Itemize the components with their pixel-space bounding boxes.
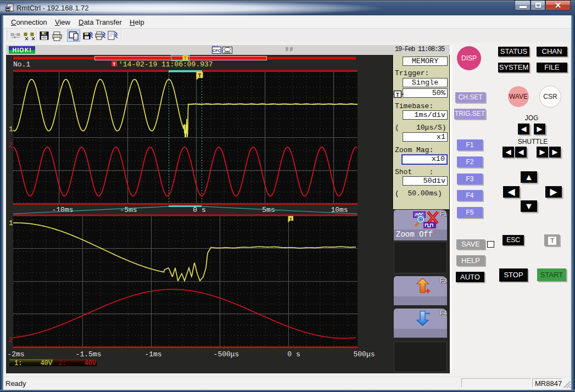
svg-text:T: T bbox=[289, 217, 292, 222]
svg-text:2: 2 bbox=[8, 336, 13, 344]
svg-text:-5ms: -5ms bbox=[120, 206, 137, 214]
svg-text:500μs: 500μs bbox=[353, 350, 375, 359]
svg-text:0 s: 0 s bbox=[193, 206, 205, 214]
svg-text:-1.5ms: -1.5ms bbox=[76, 350, 102, 359]
svg-text:-10ms: -10ms bbox=[52, 206, 73, 214]
svg-text:CFC: CFC bbox=[213, 48, 221, 53]
svg-text:-500μs: -500μs bbox=[214, 350, 239, 359]
svg-text:2:: 2: bbox=[58, 360, 66, 367]
svg-text:'14-02-19 11:06:09.937: '14-02-19 11:06:09.937 bbox=[119, 60, 213, 69]
svg-text:1: 1 bbox=[9, 219, 13, 227]
svg-text:40V: 40V bbox=[84, 360, 96, 367]
svg-text:No.1: No.1 bbox=[13, 60, 30, 69]
svg-text:40V: 40V bbox=[40, 360, 52, 367]
svg-text:T: T bbox=[396, 92, 399, 98]
svg-text:0 s: 0 s bbox=[287, 350, 300, 359]
svg-text:T: T bbox=[198, 73, 201, 79]
svg-text:T: T bbox=[113, 62, 116, 68]
svg-text:1: 1 bbox=[9, 125, 13, 133]
svg-text:-2ms: -2ms bbox=[7, 350, 24, 359]
svg-text:1:: 1: bbox=[14, 360, 22, 367]
svg-text:-1ms: -1ms bbox=[144, 350, 161, 359]
svg-text:2: 2 bbox=[8, 141, 13, 149]
